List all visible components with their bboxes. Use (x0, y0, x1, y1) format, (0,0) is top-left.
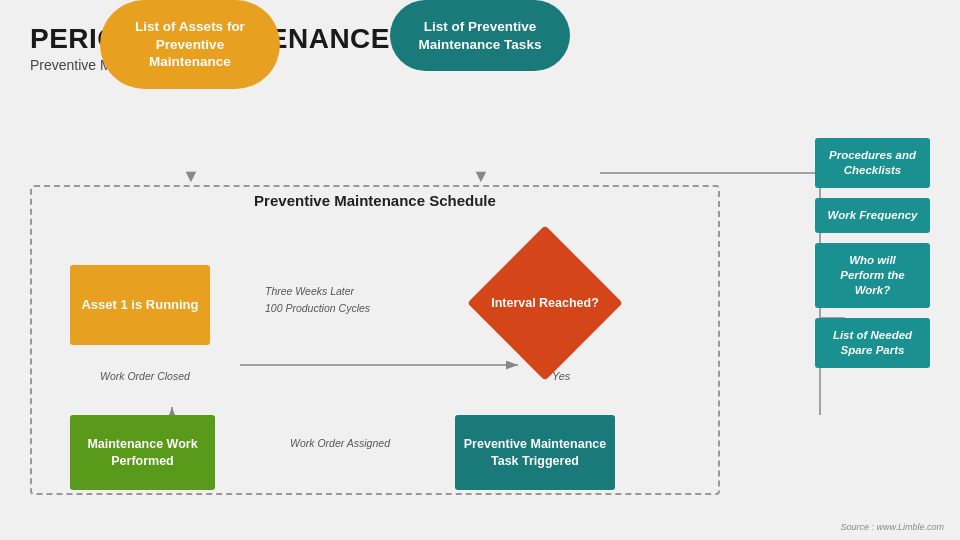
source-text: Source : www.Limble.com (840, 522, 944, 532)
arrow-down-tasks: ▼ (472, 166, 490, 187)
right-box-who-performs: Who will Perform the Work? (815, 243, 930, 308)
arrow-down-assets: ▼ (182, 166, 200, 187)
right-box-procedures: Procedures and Checklists (815, 138, 930, 188)
schedule-title: Preventive Maintenance Schedule (30, 192, 720, 209)
diamond-container: Interval Reached? (490, 248, 600, 358)
pm-task-box: Preventive Maintenance Task Triggered (455, 415, 615, 490)
arrow-label-100-cycles: 100 Production Cycles (265, 302, 370, 314)
oval-assets: List of Assets for Preventive Maintenanc… (100, 0, 280, 89)
diamond-text: Interval Reached? (491, 295, 599, 311)
right-box-frequency: Work Frequency (815, 198, 930, 233)
arrow-label-work-order-assigned: Work Order Assigned (290, 437, 390, 449)
maintenance-box: Maintenance Work Performed (70, 415, 215, 490)
right-boxes: Procedures and Checklists Work Frequency… (815, 138, 930, 368)
arrow-label-work-order-closed: Work Order Closed (100, 370, 190, 382)
right-box-spare-parts: List of Needed Spare Parts (815, 318, 930, 368)
yes-label: Yes (552, 370, 570, 382)
oval-tasks: List of Preventive Maintenance Tasks (390, 0, 570, 71)
slide: PERIODIC MAINTENANCE Preventive Maintena… (0, 0, 960, 540)
arrow-label-three-weeks: Three Weeks Later (265, 285, 354, 297)
asset-box: Asset 1 is Running (70, 265, 210, 345)
